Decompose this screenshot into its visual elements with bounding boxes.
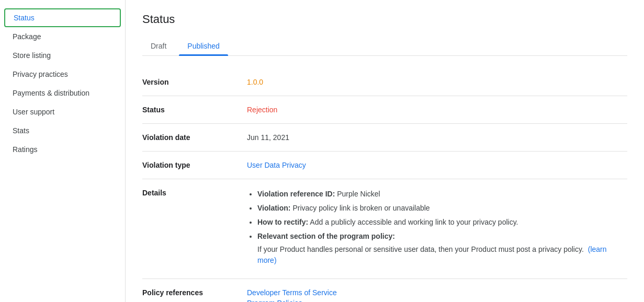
sidebar-item-package[interactable]: Package: [0, 27, 121, 46]
page-title: Status: [142, 13, 627, 26]
sidebar-item-label: Privacy practices: [13, 70, 68, 78]
details-row: Details Violation reference ID: Purple N…: [142, 179, 627, 279]
sidebar-item-label: User support: [13, 108, 54, 116]
detail-prefix-3: How to rectify:: [257, 218, 308, 226]
content-area: Version 1.0.0 Status Rejection Violation…: [142, 56, 627, 302]
sidebar-item-store-listing[interactable]: Store listing: [0, 46, 121, 65]
details-list: Violation reference ID: Purple Nickel Vi…: [247, 189, 627, 266]
sidebar-item-status[interactable]: Status: [4, 8, 121, 27]
sidebar-item-label: Store listing: [13, 51, 51, 60]
sidebar-item-label: Package: [13, 32, 41, 41]
violation-date-row: Violation date Jun 11, 2021: [142, 124, 627, 152]
violation-date-value: Jun 11, 2021: [247, 133, 627, 142]
detail-text-2: Privacy policy link is broken or unavail…: [292, 204, 430, 212]
main-content: Status Draft Published Version 1.0.0 Sta…: [126, 0, 644, 302]
tab-draft[interactable]: Draft: [142, 37, 175, 55]
policy-reference-link-2[interactable]: Program Policies: [247, 299, 627, 302]
list-item: Violation: Privacy policy link is broken…: [257, 203, 627, 214]
violation-type-link[interactable]: User Data Privacy: [247, 161, 306, 169]
details-label: Details: [142, 189, 247, 197]
sidebar-item-privacy-practices[interactable]: Privacy practices: [0, 65, 121, 84]
sidebar-item-label: Ratings: [13, 145, 37, 154]
sidebar: Status Package Store listing Privacy pra…: [0, 0, 126, 302]
detail-prefix-1: Violation reference ID:: [257, 190, 335, 198]
detail-text-3: Add a publicly accessible and working li…: [310, 218, 518, 226]
sidebar-item-label: Payments & distribution: [13, 89, 89, 97]
policy-text: If your Product handles personal or sens…: [257, 244, 627, 266]
sidebar-item-stats[interactable]: Stats: [0, 121, 121, 140]
sidebar-item-ratings[interactable]: Ratings: [0, 140, 121, 159]
detail-prefix-4: Relevant section of the program policy:: [257, 232, 395, 240]
details-value: Violation reference ID: Purple Nickel Vi…: [247, 189, 627, 269]
sidebar-item-label: Status: [14, 14, 35, 22]
violation-type-value: User Data Privacy: [247, 161, 627, 169]
policy-references-value: Developer Terms of Service Program Polic…: [247, 288, 627, 302]
status-label: Status: [142, 106, 247, 114]
version-value: 1.0.0: [247, 78, 627, 86]
policy-reference-link-1[interactable]: Developer Terms of Service: [247, 288, 627, 297]
version-label: Version: [142, 78, 247, 86]
version-row: Version 1.0.0: [142, 68, 627, 96]
status-value: Rejection: [247, 106, 627, 114]
status-row: Status Rejection: [142, 96, 627, 124]
policy-references-label: Policy references: [142, 288, 247, 297]
violation-date-label: Violation date: [142, 133, 247, 142]
sidebar-item-user-support[interactable]: User support: [0, 102, 121, 121]
tab-bar: Draft Published: [142, 37, 627, 56]
list-item: How to rectify: Add a publicly accessibl…: [257, 217, 627, 228]
sidebar-item-label: Stats: [13, 126, 29, 135]
detail-prefix-2: Violation:: [257, 204, 291, 212]
detail-text-1: Purple Nickel: [337, 190, 380, 198]
violation-type-row: Violation type User Data Privacy: [142, 152, 627, 179]
violation-type-label: Violation type: [142, 161, 247, 169]
list-item: Relevant section of the program policy: …: [257, 231, 627, 266]
tab-published[interactable]: Published: [179, 37, 228, 55]
sidebar-item-payments-distribution[interactable]: Payments & distribution: [0, 84, 121, 102]
list-item: Violation reference ID: Purple Nickel: [257, 189, 627, 200]
policy-references-row: Policy references Developer Terms of Ser…: [142, 279, 627, 302]
